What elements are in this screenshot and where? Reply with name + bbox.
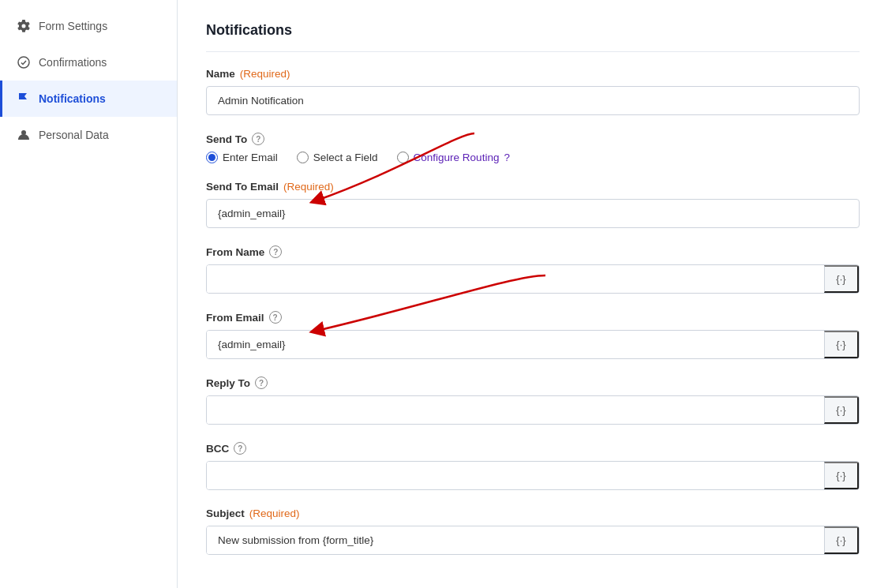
send-to-radio-group: Enter Email Select a Field Configure Rou… [206, 152, 860, 163]
main-content: Notifications Name (Required) Send To ? … [178, 0, 888, 588]
name-label: Name (Required) [206, 68, 860, 80]
page-title: Notifications [206, 22, 860, 52]
radio-configure-routing[interactable]: Configure Routing ? [397, 152, 510, 163]
from-email-input[interactable] [207, 331, 824, 358]
sidebar-item-personal-data[interactable]: Personal Data [0, 117, 177, 153]
radio-configure-routing-input[interactable] [397, 152, 409, 163]
bcc-input-wrapper: {·} [206, 461, 860, 490]
bcc-group: BCC ? {·} [206, 442, 860, 490]
flag-icon [17, 92, 31, 106]
radio-configure-routing-label: Configure Routing [414, 152, 500, 163]
subject-merge-button[interactable]: {·} [824, 526, 859, 554]
bcc-label: BCC ? [206, 442, 860, 455]
subject-required: (Required) [249, 507, 300, 519]
from-name-input[interactable] [207, 265, 824, 293]
from-name-label: From Name ? [206, 245, 860, 258]
send-to-email-group: Send To Email (Required) [206, 181, 860, 228]
svg-point-0 [18, 57, 29, 68]
name-required: (Required) [240, 68, 290, 80]
gear-icon [17, 19, 31, 33]
check-circle-icon [17, 55, 31, 69]
radio-select-field-label: Select a Field [313, 152, 378, 163]
radio-select-field-input[interactable] [297, 152, 309, 163]
from-email-group: From Email ? {·} [206, 311, 860, 359]
sidebar-item-label: Confirmations [39, 56, 107, 69]
sidebar-item-label: Form Settings [39, 20, 107, 32]
radio-enter-email[interactable]: Enter Email [206, 152, 278, 163]
bcc-help-icon[interactable]: ? [234, 442, 246, 455]
reply-to-group: Reply To ? {·} [206, 376, 860, 425]
from-email-merge-button[interactable]: {·} [824, 331, 859, 358]
radio-enter-email-label: Enter Email [223, 152, 278, 163]
subject-group: Subject (Required) {·} [206, 507, 860, 555]
reply-to-label: Reply To ? [206, 376, 860, 389]
sidebar-item-form-settings[interactable]: Form Settings [0, 8, 177, 44]
reply-to-help-icon[interactable]: ? [255, 376, 268, 389]
send-to-email-label: Send To Email (Required) [206, 181, 860, 193]
send-to-label: Send To ? [206, 133, 860, 145]
from-name-group: From Name ? {·} [206, 245, 860, 294]
from-name-input-wrapper: {·} [206, 264, 860, 294]
from-email-help-icon[interactable]: ? [269, 311, 282, 324]
sidebar-item-notifications[interactable]: Notifications [0, 81, 177, 117]
person-icon [17, 128, 31, 142]
reply-to-merge-button[interactable]: {·} [824, 396, 859, 424]
name-field-group: Name (Required) [206, 68, 860, 115]
send-to-email-input[interactable] [206, 199, 860, 228]
from-name-help-icon[interactable]: ? [269, 245, 282, 258]
bcc-input[interactable] [207, 462, 824, 489]
reply-to-input-wrapper: {·} [206, 395, 860, 425]
configure-routing-help-icon[interactable]: ? [504, 152, 510, 163]
subject-label: Subject (Required) [206, 507, 860, 519]
sidebar: Form Settings Confirmations Notification… [0, 0, 178, 588]
bcc-merge-button[interactable]: {·} [824, 462, 859, 489]
radio-select-field[interactable]: Select a Field [297, 152, 378, 163]
sidebar-item-label: Personal Data [39, 129, 109, 141]
sidebar-item-label: Notifications [39, 92, 106, 105]
send-to-group: Send To ? Enter Email Select a Field Con… [206, 133, 860, 163]
radio-enter-email-input[interactable] [206, 152, 218, 163]
subject-input-wrapper: {·} [206, 526, 860, 555]
name-input[interactable] [206, 86, 860, 115]
send-to-email-required: (Required) [283, 181, 334, 193]
reply-to-input[interactable] [207, 396, 824, 424]
subject-input[interactable] [207, 526, 824, 554]
from-email-label: From Email ? [206, 311, 860, 324]
from-email-input-wrapper: {·} [206, 330, 860, 359]
send-to-help-icon[interactable]: ? [252, 133, 264, 145]
sidebar-item-confirmations[interactable]: Confirmations [0, 44, 177, 81]
from-name-merge-button[interactable]: {·} [824, 265, 859, 293]
